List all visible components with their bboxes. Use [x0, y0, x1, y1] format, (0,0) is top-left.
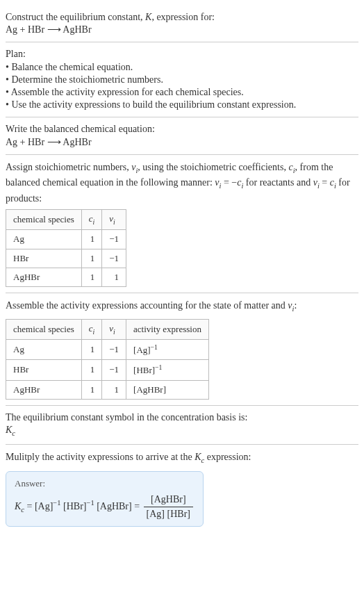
table-row: Ag 1 −1 [Ag]−1: [6, 339, 209, 360]
plan-heading: Plan:: [6, 48, 358, 60]
act-act-2: [AgHBr]: [126, 380, 209, 399]
plan-item-3-text: Assemble the activity expression for eac…: [11, 87, 244, 97]
act-species-0: Ag: [6, 339, 82, 360]
symbol-text: The equilibrium constant symbol in the c…: [6, 411, 358, 424]
stoich-v-1: −1: [102, 249, 126, 268]
activity-table: chemical species ci νi activity expressi…: [6, 319, 209, 400]
act-v-1: −1: [102, 360, 126, 381]
table-row: AgHBr 1 1 [AgHBr]: [6, 380, 209, 399]
plan-item-4: • Use the activity expressions to build …: [6, 99, 358, 111]
table-row: HBr 1 −1 [HBr]−1: [6, 360, 209, 381]
act-v-0: −1: [102, 339, 126, 360]
table-row: HBr 1 −1: [6, 249, 126, 268]
multiply-text: Mulitply the activity expressions to arr…: [6, 450, 358, 466]
plan-item-2-text: Determine the stoichiometric numbers.: [11, 74, 163, 85]
act-h-c: ci: [81, 319, 102, 339]
stoich-v-0: −1: [102, 230, 126, 249]
symbol-section: The equilibrium constant symbol in the c…: [6, 406, 358, 445]
stoich-table: chemical species ci νi Ag 1 −1 HBr 1 −1 …: [6, 209, 126, 287]
balanced-heading: Write the balanced chemical equation:: [6, 123, 358, 136]
intro-equation: Ag + HBr ⟶ AgHBr: [6, 24, 358, 36]
stoich-section: Assign stoichiometric numbers, νi, using…: [6, 155, 358, 293]
answer-box: Answer: Kc = [Ag]−1 [HBr]−1 [AgHBr] = [A…: [6, 471, 204, 527]
act-c-2: 1: [81, 380, 102, 399]
stoich-c-0: 1: [81, 230, 102, 249]
stoich-h-v: νi: [102, 210, 126, 230]
table-row: Ag 1 −1: [6, 230, 126, 249]
stoich-v-2: 1: [102, 268, 126, 286]
multiply-section: Mulitply the activity expressions to arr…: [6, 445, 358, 533]
stoich-h-species: chemical species: [6, 210, 82, 230]
act-act-1: [HBr]−1: [126, 360, 209, 381]
activity-section: Assemble the activity expressions accoun…: [6, 293, 358, 406]
stoich-species-0: Ag: [6, 230, 82, 249]
stoich-text: Assign stoichiometric numbers, νi, using…: [6, 161, 358, 206]
plan-section: Plan: • Balance the chemical equation. •…: [6, 42, 358, 117]
answer-label: Answer:: [15, 477, 195, 490]
answer-frac-top: [AgHBr]: [144, 493, 193, 507]
act-c-0: 1: [81, 339, 102, 360]
stoich-h-c: ci: [81, 210, 102, 230]
act-act-0: [Ag]−1: [126, 339, 209, 360]
balanced-section: Write the balanced chemical equation: Ag…: [6, 117, 358, 154]
activity-text: Assemble the activity expressions accoun…: [6, 299, 358, 314]
table-row: AgHBr 1 1: [6, 268, 126, 286]
symbol-value: Kc: [6, 424, 358, 438]
balanced-equation: Ag + HBr ⟶ AgHBr: [6, 136, 358, 149]
plan-item-3: • Assemble the activity expression for e…: [6, 86, 358, 99]
stoich-species-1: HBr: [6, 249, 82, 268]
act-h-v: νi: [102, 319, 126, 339]
act-c-1: 1: [81, 360, 102, 381]
intro-text: Construct the equilibrium constant, K, e…: [6, 11, 358, 24]
plan-item-4-text: Use the activity expressions to build th…: [11, 99, 296, 110]
stoich-species-2: AgHBr: [6, 268, 82, 286]
answer-frac-bot: [Ag] [HBr]: [144, 507, 193, 521]
answer-expression: Kc = [Ag]−1 [HBr]−1 [AgHBr] = [AgHBr] [A…: [15, 493, 195, 520]
stoich-c-1: 1: [81, 249, 102, 268]
act-h-act: activity expression: [126, 319, 209, 339]
act-species-1: HBr: [6, 360, 82, 381]
act-h-species: chemical species: [6, 319, 82, 339]
plan-item-1: • Balance the chemical equation.: [6, 61, 358, 74]
stoich-c-2: 1: [81, 268, 102, 286]
act-v-2: 1: [102, 380, 126, 399]
plan-item-2: • Determine the stoichiometric numbers.: [6, 74, 358, 86]
intro-section: Construct the equilibrium constant, K, e…: [6, 6, 358, 42]
act-species-2: AgHBr: [6, 380, 82, 399]
plan-item-1-text: Balance the chemical equation.: [11, 62, 133, 72]
